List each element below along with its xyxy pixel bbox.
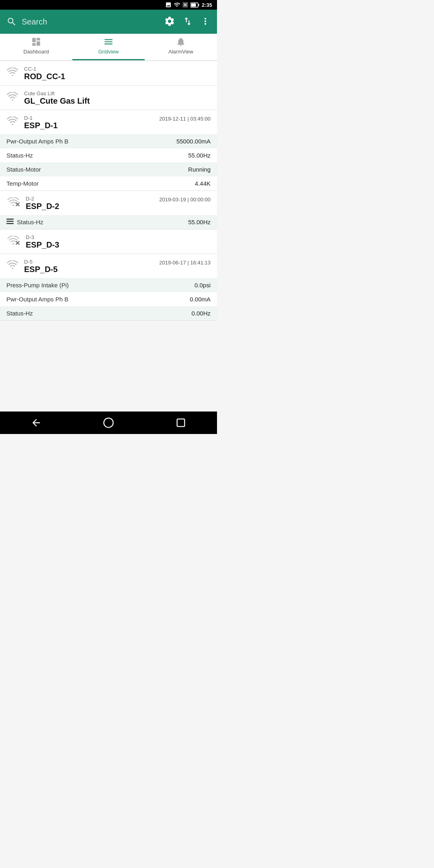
- svg-point-4: [12, 75, 13, 76]
- svg-point-17: [104, 418, 113, 427]
- data-rows-d1: Pwr-Output Amps Ph B 55000.00mA Status-H…: [0, 134, 217, 190]
- data-row: Temp-Motor 4.44K: [0, 176, 217, 190]
- device-info-d2: D-2 ESP_D-2 2019-03-19 | 00:00:00: [26, 196, 211, 211]
- svg-point-7: [12, 205, 14, 206]
- device-name-cutegas: GL_Cute Gas Lift: [24, 96, 211, 106]
- device-item-d5[interactable]: D-5 ESP_D-5 2019-06-17 | 16:41:13 Press-…: [0, 254, 217, 321]
- tab-gridview[interactable]: Gridview: [72, 34, 145, 60]
- data-row: Status-Motor Running: [0, 162, 217, 176]
- device-type-cutegas: Cute Gas Lift: [24, 90, 211, 96]
- search-icon: [6, 16, 17, 27]
- tab-gridview-label: Gridview: [98, 49, 119, 55]
- svg-rect-3: [191, 3, 196, 6]
- data-row: Status-Hz 55.00Hz: [0, 215, 217, 229]
- device-item-cc1[interactable]: CC-1 ROD_CC-1: [0, 61, 217, 86]
- bottom-nav: [0, 411, 217, 434]
- tab-dashboard-label: Dashboard: [23, 49, 49, 55]
- device-type-cc1: CC-1: [24, 66, 211, 72]
- device-item-d3[interactable]: D-3 ESP_D-3: [0, 229, 217, 254]
- home-button[interactable]: [103, 417, 114, 428]
- data-row: Pwr-Output Amps Ph B 55000.00mA: [0, 134, 217, 148]
- data-rows-d2: Status-Hz 55.00Hz: [0, 215, 217, 229]
- svg-point-16: [12, 268, 13, 269]
- svg-point-13: [12, 243, 14, 245]
- data-rows-d5: Press-Pump Intake (Pi) 0.0psi Pwr-Output…: [0, 278, 217, 320]
- device-info-d1: D-1 ESP_D-1 2019-12-11 | 03:45:00: [24, 115, 211, 130]
- wifi-icon-d5: [6, 260, 18, 270]
- device-info-d5: D-5 ESP_D-5 2019-06-17 | 16:41:13: [24, 259, 211, 274]
- search-area[interactable]: Search: [6, 16, 164, 27]
- tab-alarmview-label: AlarmView: [168, 49, 193, 55]
- svg-rect-12: [6, 223, 14, 224]
- device-info-cc1: CC-1 ROD_CC-1: [24, 66, 211, 81]
- menu-icon-d2: [6, 219, 14, 225]
- device-timestamp-d5: 2019-06-17 | 16:41:13: [159, 259, 211, 266]
- tab-alarmview[interactable]: AlarmView: [145, 34, 217, 60]
- search-label: Search: [22, 17, 47, 27]
- device-name-d2: ESP_D-2: [26, 202, 59, 211]
- tab-bar: Dashboard Gridview AlarmView: [0, 34, 217, 61]
- wifi-icon-d3: [6, 236, 20, 247]
- device-info-d3: D-3 ESP_D-3: [26, 234, 211, 250]
- svg-point-5: [12, 99, 13, 101]
- status-bar: 2:35: [0, 0, 217, 10]
- device-item-d1[interactable]: D-1 ESP_D-1 2019-12-11 | 03:45:00 Pwr-Ou…: [0, 110, 217, 191]
- device-name-d1: ESP_D-1: [24, 121, 57, 130]
- battery-icon: [190, 2, 199, 8]
- device-name-d3: ESP_D-3: [26, 240, 211, 250]
- svg-rect-11: [6, 221, 14, 222]
- wifi-icon-d1: [6, 117, 18, 127]
- content-area: CC-1 ROD_CC-1: [0, 61, 217, 411]
- device-list: CC-1 ROD_CC-1: [0, 61, 217, 321]
- device-type-d2: D-2: [26, 196, 59, 202]
- svg-rect-18: [177, 419, 185, 427]
- wifi-icon-d2: [6, 197, 20, 208]
- device-info-cutegas: Cute Gas Lift GL_Cute Gas Lift: [24, 90, 211, 106]
- recents-button[interactable]: [175, 417, 186, 428]
- device-type-d3: D-3: [26, 234, 211, 240]
- image-icon: [165, 2, 172, 8]
- device-type-d5: D-5: [24, 259, 57, 265]
- device-type-d1: D-1: [24, 115, 57, 121]
- device-timestamp-d1: 2019-12-11 | 03:45:00: [159, 115, 211, 122]
- wifi-icon-cutegas: [6, 92, 18, 102]
- svg-rect-2: [198, 4, 199, 6]
- svg-rect-10: [6, 219, 14, 220]
- back-button[interactable]: [31, 417, 42, 428]
- device-item-d2[interactable]: D-2 ESP_D-2 2019-03-19 | 00:00:00: [0, 191, 217, 229]
- sort-button[interactable]: [182, 16, 193, 28]
- device-item-cutegas[interactable]: Cute Gas Lift GL_Cute Gas Lift: [0, 86, 217, 110]
- device-timestamp-d2: 2019-03-19 | 00:00:00: [159, 196, 211, 203]
- data-row: Status-Hz 0.00Hz: [0, 306, 217, 320]
- tab-dashboard[interactable]: Dashboard: [0, 34, 72, 60]
- more-button[interactable]: [200, 16, 211, 28]
- svg-point-6: [12, 124, 13, 125]
- data-row: Status-Hz 55.00Hz: [0, 148, 217, 162]
- data-row: Pwr-Output Amps Ph B 0.00mA: [0, 292, 217, 306]
- device-name-cc1: ROD_CC-1: [24, 72, 211, 81]
- status-icons: [165, 2, 199, 8]
- settings-button[interactable]: [164, 16, 175, 28]
- toolbar-actions: [164, 16, 211, 28]
- wifi-status-icon: [174, 2, 180, 8]
- wifi-icon-cc1: [6, 68, 18, 78]
- toolbar: Search: [0, 10, 217, 34]
- device-name-d5: ESP_D-5: [24, 265, 57, 274]
- data-row: Press-Pump Intake (Pi) 0.0psi: [0, 278, 217, 292]
- signal-blocked-icon: [182, 2, 188, 8]
- status-time: 2:35: [202, 2, 212, 8]
